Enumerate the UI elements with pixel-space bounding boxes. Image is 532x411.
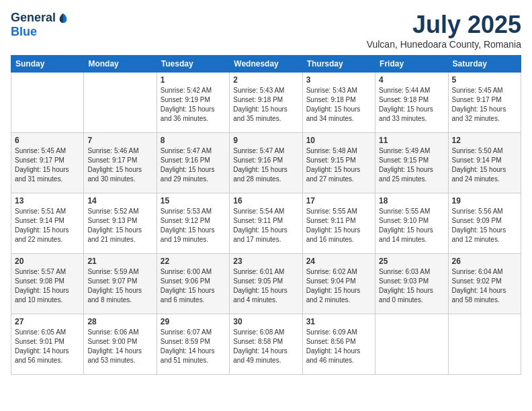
day-number: 28 <box>87 317 152 326</box>
day-number: 6 <box>15 136 80 145</box>
day-info: Sunrise: 6:01 AM Sunset: 9:05 PM Dayligh… <box>233 267 298 305</box>
calendar-cell: 4Sunrise: 5:44 AM Sunset: 9:18 PM Daylig… <box>375 73 448 133</box>
day-info: Sunrise: 5:55 AM Sunset: 9:10 PM Dayligh… <box>379 207 444 244</box>
day-info: Sunrise: 5:46 AM Sunset: 9:17 PM Dayligh… <box>87 146 152 184</box>
day-number: 20 <box>15 257 80 266</box>
calendar-cell <box>11 73 84 133</box>
title-block: July 2025 Vulcan, Hunedoara County, Roma… <box>367 11 521 50</box>
page-header: General Blue July 2025 Vulcan, Hunedoara… <box>11 11 521 50</box>
day-number: 31 <box>306 317 371 326</box>
calendar-cell: 20Sunrise: 5:57 AM Sunset: 9:08 PM Dayli… <box>11 254 84 314</box>
day-info: Sunrise: 5:49 AM Sunset: 9:15 PM Dayligh… <box>379 146 444 184</box>
calendar-cell: 3Sunrise: 5:43 AM Sunset: 9:18 PM Daylig… <box>302 73 375 133</box>
day-number: 9 <box>233 136 298 145</box>
calendar-cell: 18Sunrise: 5:55 AM Sunset: 9:10 PM Dayli… <box>375 193 448 254</box>
day-info: Sunrise: 6:00 AM Sunset: 9:06 PM Dayligh… <box>161 267 226 305</box>
day-info: Sunrise: 6:03 AM Sunset: 9:03 PM Dayligh… <box>379 267 444 305</box>
day-number: 8 <box>161 136 226 145</box>
calendar-week-row: 13Sunrise: 5:51 AM Sunset: 9:14 PM Dayli… <box>11 193 521 254</box>
day-number: 19 <box>452 196 517 205</box>
calendar-cell: 30Sunrise: 6:08 AM Sunset: 8:58 PM Dayli… <box>230 314 302 375</box>
day-number: 11 <box>379 136 444 145</box>
day-info: Sunrise: 5:47 AM Sunset: 9:16 PM Dayligh… <box>161 146 226 184</box>
day-info: Sunrise: 5:50 AM Sunset: 9:14 PM Dayligh… <box>452 146 517 184</box>
logo-general-text: General <box>11 11 56 25</box>
logo-blue-text: Blue <box>11 25 37 38</box>
day-info: Sunrise: 5:56 AM Sunset: 9:09 PM Dayligh… <box>452 207 517 244</box>
calendar-cell: 10Sunrise: 5:48 AM Sunset: 9:15 PM Dayli… <box>302 133 375 193</box>
day-number: 4 <box>379 75 444 85</box>
calendar-cell: 11Sunrise: 5:49 AM Sunset: 9:15 PM Dayli… <box>375 133 448 193</box>
calendar-cell: 15Sunrise: 5:53 AM Sunset: 9:12 PM Dayli… <box>157 193 229 254</box>
day-number: 25 <box>379 257 444 266</box>
day-number: 12 <box>452 136 517 145</box>
logo: General Blue <box>11 11 69 39</box>
day-number: 22 <box>161 257 226 266</box>
weekday-header-sunday: Sunday <box>11 56 84 73</box>
calendar-cell: 24Sunrise: 6:02 AM Sunset: 9:04 PM Dayli… <box>302 254 375 314</box>
day-number: 21 <box>87 257 152 266</box>
day-number: 15 <box>161 196 226 205</box>
calendar-cell: 19Sunrise: 5:56 AM Sunset: 9:09 PM Dayli… <box>448 193 521 254</box>
day-info: Sunrise: 5:42 AM Sunset: 9:19 PM Dayligh… <box>161 86 226 124</box>
day-number: 10 <box>306 136 371 145</box>
calendar-cell: 9Sunrise: 5:47 AM Sunset: 9:16 PM Daylig… <box>230 133 302 193</box>
weekday-header-tuesday: Tuesday <box>157 56 229 73</box>
weekday-header-thursday: Thursday <box>302 56 375 73</box>
day-info: Sunrise: 5:59 AM Sunset: 9:07 PM Dayligh… <box>87 267 152 305</box>
day-info: Sunrise: 6:02 AM Sunset: 9:04 PM Dayligh… <box>306 267 371 305</box>
calendar-cell: 23Sunrise: 6:01 AM Sunset: 9:05 PM Dayli… <box>230 254 302 314</box>
calendar-cell: 1Sunrise: 5:42 AM Sunset: 9:19 PM Daylig… <box>157 73 229 133</box>
day-info: Sunrise: 6:09 AM Sunset: 8:56 PM Dayligh… <box>306 328 371 365</box>
calendar-cell: 22Sunrise: 6:00 AM Sunset: 9:06 PM Dayli… <box>157 254 229 314</box>
day-number: 27 <box>15 317 80 326</box>
day-info: Sunrise: 6:04 AM Sunset: 9:02 PM Dayligh… <box>452 267 517 305</box>
calendar-table: SundayMondayTuesdayWednesdayThursdayFrid… <box>11 55 521 375</box>
calendar-cell: 2Sunrise: 5:43 AM Sunset: 9:18 PM Daylig… <box>230 73 302 133</box>
day-info: Sunrise: 5:54 AM Sunset: 9:11 PM Dayligh… <box>233 207 298 244</box>
weekday-header-saturday: Saturday <box>448 56 521 73</box>
day-number: 16 <box>233 196 298 205</box>
calendar-cell: 21Sunrise: 5:59 AM Sunset: 9:07 PM Dayli… <box>84 254 157 314</box>
day-info: Sunrise: 5:44 AM Sunset: 9:18 PM Dayligh… <box>379 86 444 124</box>
day-number: 5 <box>452 75 517 85</box>
calendar-cell: 25Sunrise: 6:03 AM Sunset: 9:03 PM Dayli… <box>375 254 448 314</box>
day-number: 7 <box>87 136 152 145</box>
calendar-week-row: 1Sunrise: 5:42 AM Sunset: 9:19 PM Daylig… <box>11 73 521 133</box>
day-number: 23 <box>233 257 298 266</box>
day-info: Sunrise: 5:45 AM Sunset: 9:17 PM Dayligh… <box>15 146 80 184</box>
calendar-cell: 16Sunrise: 5:54 AM Sunset: 9:11 PM Dayli… <box>230 193 302 254</box>
logo-icon <box>57 12 69 24</box>
location: Vulcan, Hunedoara County, Romania <box>367 39 521 50</box>
calendar-cell: 13Sunrise: 5:51 AM Sunset: 9:14 PM Dayli… <box>11 193 84 254</box>
day-info: Sunrise: 5:43 AM Sunset: 9:18 PM Dayligh… <box>233 86 298 124</box>
calendar-cell <box>84 73 157 133</box>
day-number: 3 <box>306 75 371 85</box>
calendar-cell: 7Sunrise: 5:46 AM Sunset: 9:17 PM Daylig… <box>84 133 157 193</box>
day-info: Sunrise: 5:57 AM Sunset: 9:08 PM Dayligh… <box>15 267 80 305</box>
calendar-cell: 5Sunrise: 5:45 AM Sunset: 9:17 PM Daylig… <box>448 73 521 133</box>
calendar-cell <box>375 314 448 375</box>
calendar-cell: 6Sunrise: 5:45 AM Sunset: 9:17 PM Daylig… <box>11 133 84 193</box>
day-info: Sunrise: 5:48 AM Sunset: 9:15 PM Dayligh… <box>306 146 371 184</box>
calendar-cell: 27Sunrise: 6:05 AM Sunset: 9:01 PM Dayli… <box>11 314 84 375</box>
day-number: 26 <box>452 257 517 266</box>
day-number: 24 <box>306 257 371 266</box>
day-info: Sunrise: 6:07 AM Sunset: 8:59 PM Dayligh… <box>161 328 226 365</box>
calendar-week-row: 27Sunrise: 6:05 AM Sunset: 9:01 PM Dayli… <box>11 314 521 375</box>
calendar-header-row: SundayMondayTuesdayWednesdayThursdayFrid… <box>11 56 521 73</box>
day-info: Sunrise: 5:52 AM Sunset: 9:13 PM Dayligh… <box>87 207 152 244</box>
day-number: 1 <box>161 75 226 85</box>
day-info: Sunrise: 5:43 AM Sunset: 9:18 PM Dayligh… <box>306 86 371 124</box>
calendar-week-row: 6Sunrise: 5:45 AM Sunset: 9:17 PM Daylig… <box>11 133 521 193</box>
day-info: Sunrise: 5:47 AM Sunset: 9:16 PM Dayligh… <box>233 146 298 184</box>
day-info: Sunrise: 5:55 AM Sunset: 9:11 PM Dayligh… <box>306 207 371 244</box>
day-number: 17 <box>306 196 371 205</box>
calendar-cell: 29Sunrise: 6:07 AM Sunset: 8:59 PM Dayli… <box>157 314 229 375</box>
day-info: Sunrise: 6:06 AM Sunset: 9:00 PM Dayligh… <box>87 328 152 365</box>
day-number: 29 <box>161 317 226 326</box>
calendar-cell: 17Sunrise: 5:55 AM Sunset: 9:11 PM Dayli… <box>302 193 375 254</box>
month-title: July 2025 <box>367 11 521 39</box>
day-info: Sunrise: 6:05 AM Sunset: 9:01 PM Dayligh… <box>15 328 80 365</box>
weekday-header-wednesday: Wednesday <box>230 56 302 73</box>
